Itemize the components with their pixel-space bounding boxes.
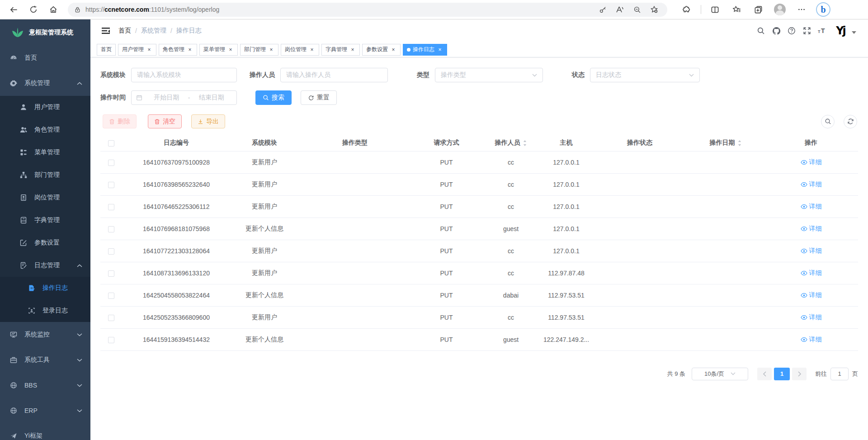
module-input[interactable]: 请输入系统模块	[131, 68, 237, 82]
sidebar-item-14[interactable]: 系统工具	[0, 347, 90, 373]
sidebar-item-11[interactable]: 操作日志	[0, 277, 90, 299]
zoom-out-icon[interactable]	[628, 3, 646, 16]
detail-link[interactable]: 详细	[801, 336, 822, 344]
reload-icon[interactable]	[25, 1, 42, 18]
tag-3[interactable]: 角色管理×	[159, 44, 197, 56]
sidebar-item-9[interactable]: 参数设置	[0, 232, 90, 254]
current-page-button[interactable]: 1	[774, 368, 790, 380]
detail-link[interactable]: 详细	[801, 291, 822, 299]
detail-link[interactable]: 详细	[801, 313, 822, 322]
close-icon[interactable]: ×	[187, 47, 193, 53]
detail-link[interactable]: 详细	[801, 225, 822, 233]
close-icon[interactable]: ×	[390, 47, 396, 53]
sidebar-item-1[interactable]: 首页	[0, 45, 90, 71]
detail-link[interactable]: 详细	[801, 180, 822, 189]
tag-8[interactable]: 参数设置×	[362, 44, 401, 56]
table-refresh-icon[interactable]	[844, 115, 857, 128]
profile-avatar[interactable]	[772, 1, 788, 18]
password-key-icon[interactable]	[594, 3, 611, 16]
col-header-date[interactable]: 操作日期	[687, 135, 764, 151]
row-checkbox[interactable]	[108, 160, 114, 166]
address-bar[interactable]: https://ccnetcore.com:1101/system/log/op…	[68, 3, 667, 17]
extensions-icon[interactable]	[678, 1, 694, 18]
row-checkbox[interactable]	[108, 315, 114, 321]
tag-4[interactable]: 菜单管理×	[199, 44, 238, 56]
sort-caret-icon[interactable]	[737, 140, 742, 147]
user-avatar-logo[interactable]: Yj	[834, 24, 847, 38]
status-select[interactable]: 日志状态	[590, 68, 700, 82]
sidebar-item-4[interactable]: 角色管理	[0, 118, 90, 141]
read-aloud-icon[interactable]	[611, 3, 628, 16]
clear-button[interactable]: 清空	[148, 114, 182, 128]
help-icon[interactable]	[784, 23, 799, 38]
goto-page-input[interactable]: 1	[830, 368, 849, 380]
tag-9[interactable]: 操作日志×	[403, 44, 447, 56]
app-logo[interactable]: 意框架管理系统	[0, 19, 90, 45]
sidebar-item-6[interactable]: 部门管理	[0, 164, 90, 186]
prev-page-button[interactable]	[757, 368, 772, 380]
row-checkbox[interactable]	[108, 293, 114, 299]
close-icon[interactable]: ×	[227, 47, 234, 53]
next-page-button[interactable]	[792, 368, 807, 380]
type-select[interactable]: 操作类型	[435, 68, 543, 82]
reset-button[interactable]: 重置	[301, 90, 337, 105]
breadcrumb-home[interactable]: 首页	[118, 27, 131, 35]
favorite-star-icon[interactable]	[646, 3, 663, 16]
detail-link[interactable]: 详细	[801, 203, 822, 211]
sidebar-item-7[interactable]: 岗位管理	[0, 186, 90, 209]
select-all-checkbox[interactable]	[108, 140, 114, 147]
row-checkbox[interactable]	[108, 226, 114, 232]
close-icon[interactable]: ×	[349, 47, 356, 53]
cell-host: 112.97.87.48	[540, 262, 592, 284]
fold-sidebar-icon[interactable]	[101, 26, 110, 35]
tag-6[interactable]: 岗位管理×	[281, 44, 319, 56]
row-checkbox[interactable]	[108, 248, 114, 255]
back-icon[interactable]	[5, 1, 22, 18]
close-icon[interactable]: ×	[309, 47, 315, 53]
text-size-icon[interactable]: TT	[815, 23, 830, 38]
close-icon[interactable]: ×	[268, 47, 274, 53]
col-header-operator[interactable]: 操作人员	[481, 135, 540, 151]
sidebar-item-15[interactable]: BBS	[0, 373, 90, 398]
detail-link[interactable]: 详细	[801, 247, 822, 255]
tag-2[interactable]: 用户管理×	[118, 44, 156, 56]
page-size-select[interactable]: 10条/页	[692, 368, 748, 380]
tag-7[interactable]: 字典管理×	[321, 44, 360, 56]
tag-5[interactable]: 部门管理×	[240, 44, 278, 56]
header-search-icon[interactable]	[753, 23, 769, 38]
close-icon[interactable]: ×	[146, 47, 152, 53]
close-icon[interactable]: ×	[437, 47, 443, 53]
split-screen-icon[interactable]	[707, 1, 723, 18]
export-button[interactable]: 导出	[191, 114, 225, 128]
row-checkbox[interactable]	[108, 270, 114, 277]
sidebar-item-16[interactable]: ERP	[0, 398, 90, 423]
sidebar-item-5[interactable]: 菜单管理	[0, 141, 90, 164]
sidebar-item-8[interactable]: 字典管理	[0, 209, 90, 232]
tag-1[interactable]: 首页	[97, 44, 116, 56]
row-checkbox[interactable]	[108, 204, 114, 210]
sort-caret-icon[interactable]	[523, 140, 527, 147]
favorites-bar-icon[interactable]	[728, 1, 745, 18]
avatar-caret-icon[interactable]	[852, 31, 856, 34]
sidebar-item-12[interactable]: 登录日志	[0, 299, 90, 322]
sidebar-item-10[interactable]: 日志管理	[0, 254, 90, 277]
detail-link[interactable]: 详细	[801, 158, 822, 166]
sidebar-item-3[interactable]: 用户管理	[0, 96, 90, 118]
sidebar-item-17[interactable]: Yi框架	[0, 423, 90, 440]
table-search-toggle-icon[interactable]	[821, 115, 835, 128]
detail-link[interactable]: 详细	[801, 269, 822, 277]
home-icon[interactable]	[45, 1, 61, 18]
sidebar-item-2[interactable]: 系统管理	[0, 71, 90, 96]
bing-icon[interactable]: b	[815, 1, 831, 18]
delete-button[interactable]: 删除	[103, 114, 137, 128]
sidebar-item-13[interactable]: 系统监控	[0, 322, 90, 347]
row-checkbox[interactable]	[108, 182, 114, 188]
row-checkbox[interactable]	[108, 337, 114, 343]
search-button[interactable]: 搜索	[255, 90, 292, 105]
date-range-input[interactable]: 开始日期 - 结束日期	[131, 90, 237, 105]
collections-icon[interactable]	[750, 1, 766, 18]
fullscreen-icon[interactable]	[799, 23, 815, 38]
operator-input[interactable]: 请输入操作人员	[280, 68, 388, 82]
more-menu-icon[interactable]	[793, 1, 810, 18]
github-icon[interactable]	[769, 23, 784, 38]
